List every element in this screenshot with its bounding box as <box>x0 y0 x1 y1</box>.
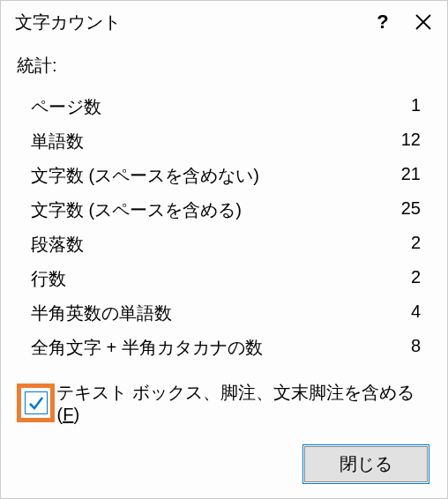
stats-value: 2 <box>411 267 431 291</box>
close-icon <box>415 14 431 30</box>
stats-row: 全角文字 + 半角カタカナの数 8 <box>17 331 431 365</box>
stats-row: 段落数 2 <box>17 227 431 262</box>
include-textboxes-label[interactable]: テキスト ボックス、脚注、文末脚注を含める(F) <box>56 381 431 425</box>
include-textboxes-checkbox[interactable] <box>25 391 48 414</box>
titlebar-buttons: ? <box>362 8 444 36</box>
stats-row: ページ数 1 <box>17 90 431 124</box>
help-button[interactable]: ? <box>362 8 403 36</box>
stats-label: 全角文字 + 半角カタカナの数 <box>31 336 263 360</box>
dialog-title: 文字カウント <box>15 11 362 34</box>
stats-label: ページ数 <box>31 95 101 119</box>
stats-value: 21 <box>401 164 431 188</box>
stats-label: 半角英数の単語数 <box>31 302 172 325</box>
stats-row: 半角英数の単語数 4 <box>17 296 431 331</box>
stats-label: 単語数 <box>31 130 84 153</box>
stats-value: 4 <box>411 302 431 325</box>
stats-row: 単語数 12 <box>17 124 431 159</box>
stats-label: 文字数 (スペースを含めない) <box>31 164 259 188</box>
stats-heading: 統計: <box>17 54 431 78</box>
checkbox-highlight <box>17 384 55 422</box>
dialog-content: 統計: ページ数 1 単語数 12 文字数 (スペースを含めない) 21 文字数… <box>1 43 447 425</box>
titlebar: 文字カウント ? <box>1 1 447 43</box>
close-window-button[interactable] <box>403 8 444 36</box>
dialog-footer: 閉じる <box>1 425 447 499</box>
stats-label: 行数 <box>31 267 66 291</box>
stats-list: ページ数 1 単語数 12 文字数 (スペースを含めない) 21 文字数 (スペ… <box>17 90 431 365</box>
stats-value: 25 <box>401 198 431 222</box>
stats-label: 段落数 <box>31 233 84 257</box>
stats-label: 文字数 (スペースを含める) <box>31 198 242 222</box>
stats-value: 12 <box>401 130 431 153</box>
close-button[interactable]: 閉じる <box>304 446 428 482</box>
stats-value: 2 <box>411 233 431 257</box>
checkmark-icon <box>27 394 45 412</box>
stats-row: 行数 2 <box>17 262 431 296</box>
include-textboxes-row: テキスト ボックス、脚注、文末脚注を含める(F) <box>17 365 431 425</box>
stats-row: 文字数 (スペースを含める) 25 <box>17 193 431 227</box>
stats-row: 文字数 (スペースを含めない) 21 <box>17 159 431 193</box>
word-count-dialog: 文字カウント ? 統計: ページ数 1 単語数 12 <box>0 0 448 499</box>
help-icon: ? <box>377 11 388 34</box>
stats-value: 1 <box>411 95 431 119</box>
stats-value: 8 <box>411 336 431 360</box>
